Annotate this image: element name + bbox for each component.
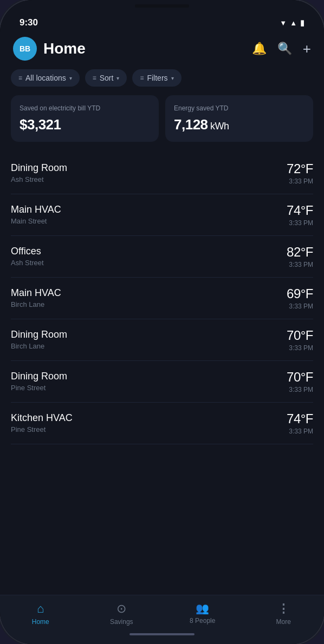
notch-area <box>0 0 324 8</box>
status-icons: ▼ ▲ ▮ <box>280 18 304 28</box>
device-temp: 69°F <box>287 286 313 301</box>
stats-row: Saved on electricity bill YTD $3,321 Ene… <box>11 95 313 142</box>
device-info: Main HVAC Birch Lane <box>11 287 61 308</box>
device-location: Ash Street <box>11 175 67 183</box>
device-time: 3:33 PM <box>287 386 313 393</box>
energy-unit: kWh <box>208 121 229 132</box>
device-location: Birch Lane <box>11 342 67 350</box>
people-nav-label: 8 People <box>190 617 215 625</box>
device-temp-block: 70°F 3:33 PM <box>287 370 313 393</box>
device-list-item[interactable]: Kitchen HVAC Pine Street 74°F 3:33 PM <box>11 403 313 444</box>
device-location: Birch Lane <box>11 300 61 308</box>
more-nav-label: More <box>276 618 291 626</box>
nav-item-home[interactable]: ⌂ Home <box>0 602 81 626</box>
filter-lines-icon: ≡ <box>18 74 22 82</box>
nav-item-more[interactable]: ⋮ More <box>243 602 325 626</box>
bottom-nav: ⌂ Home ⊙ Savings 👥 8 People ⋮ More <box>0 595 324 629</box>
phone-screen: 9:30 ▼ ▲ ▮ BB Home 🔔 🔍 + ≡ All locati <box>0 0 324 644</box>
device-info: Dining Room Birch Lane <box>11 329 67 350</box>
device-list-item[interactable]: Dining Room Birch Lane 70°F 3:33 PM <box>11 319 313 361</box>
battery-icon: ▮ <box>300 18 304 28</box>
device-temp-block: 74°F 3:33 PM <box>287 411 313 435</box>
device-temp-block: 74°F 3:33 PM <box>287 203 313 227</box>
electricity-stat-value: $3,321 <box>20 116 150 133</box>
sort-filter-label: Sort <box>100 74 114 82</box>
home-indicator <box>0 629 324 644</box>
device-name: Main HVAC <box>11 287 61 299</box>
device-list-item[interactable]: Offices Ash Street 82°F 3:33 PM <box>11 236 313 278</box>
device-temp: 70°F <box>287 370 313 385</box>
sort-lines-icon: ≡ <box>93 74 96 82</box>
add-icon[interactable]: + <box>303 41 311 57</box>
device-time: 3:33 PM <box>287 428 313 435</box>
wifi-icon: ▼ <box>280 19 287 27</box>
device-temp-block: 82°F 3:33 PM <box>287 245 313 268</box>
device-temp-block: 72°F 3:33 PM <box>287 161 313 185</box>
signal-icon: ▲ <box>290 19 297 27</box>
more-nav-icon: ⋮ <box>277 602 289 616</box>
filters-lines-icon: ≡ <box>140 74 144 82</box>
device-temp: 70°F <box>287 328 313 343</box>
locations-chevron-icon: ▾ <box>69 75 72 81</box>
nav-item-savings[interactable]: ⊙ Savings <box>81 602 163 626</box>
device-name: Dining Room <box>11 371 67 382</box>
device-time: 3:33 PM <box>287 303 313 310</box>
device-temp: 74°F <box>287 203 313 218</box>
avatar: BB <box>13 37 37 61</box>
locations-filter-label: All locations <box>25 74 66 82</box>
device-info: Dining Room Pine Street <box>11 371 67 392</box>
filters-chevron-icon: ▾ <box>171 75 174 81</box>
people-nav-icon: 👥 <box>196 602 209 615</box>
device-name: Dining Room <box>11 329 67 340</box>
device-temp: 82°F <box>287 245 313 260</box>
device-info: Kitchen HVAC Pine Street <box>11 412 73 433</box>
status-time: 9:30 <box>20 17 38 28</box>
device-time: 3:33 PM <box>287 261 313 268</box>
device-info: Dining Room Ash Street <box>11 162 67 183</box>
nav-item-people[interactable]: 👥 8 People <box>162 602 243 626</box>
device-name: Offices <box>11 246 44 257</box>
phone-shell: 9:30 ▼ ▲ ▮ BB Home 🔔 🔍 + ≡ All locati <box>0 0 324 644</box>
device-location: Main Street <box>11 217 61 225</box>
sort-chevron-icon: ▾ <box>116 75 119 81</box>
savings-nav-label: Savings <box>110 618 133 626</box>
device-name: Kitchen HVAC <box>11 412 73 424</box>
device-name: Main HVAC <box>11 204 61 215</box>
electricity-stat-label: Saved on electricity bill YTD <box>20 104 150 113</box>
device-list: Dining Room Ash Street 72°F 3:33 PM Main… <box>0 153 324 595</box>
device-list-item[interactable]: Dining Room Pine Street 70°F 3:33 PM <box>11 361 313 403</box>
device-temp: 74°F <box>287 411 313 426</box>
page-title: Home <box>43 40 252 57</box>
electricity-stat-card: Saved on electricity bill YTD $3,321 <box>11 95 159 142</box>
device-location: Ash Street <box>11 259 44 267</box>
search-icon[interactable]: 🔍 <box>277 42 292 56</box>
device-list-item[interactable]: Dining Room Ash Street 72°F 3:33 PM <box>11 153 313 194</box>
device-location: Pine Street <box>11 425 73 433</box>
status-bar: 9:30 ▼ ▲ ▮ <box>0 8 324 32</box>
filters-filter-button[interactable]: ≡ Filters ▾ <box>132 69 181 87</box>
savings-nav-icon: ⊙ <box>116 602 126 616</box>
bell-icon[interactable]: 🔔 <box>252 42 267 56</box>
home-bar <box>129 633 195 635</box>
device-time: 3:33 PM <box>287 344 313 352</box>
locations-filter-button[interactable]: ≡ All locations ▾ <box>11 69 80 87</box>
device-list-item[interactable]: Main HVAC Birch Lane 69°F 3:33 PM <box>11 278 313 319</box>
filters-filter-label: Filters <box>147 74 167 82</box>
device-name: Dining Room <box>11 162 67 174</box>
energy-stat-card: Energy saved YTD 7,128 kWh <box>165 95 313 142</box>
device-info: Main HVAC Main Street <box>11 204 61 225</box>
device-list-item[interactable]: Main HVAC Main Street 74°F 3:33 PM <box>11 194 313 236</box>
app-header: BB Home 🔔 🔍 + <box>0 32 324 69</box>
device-temp-block: 70°F 3:33 PM <box>287 328 313 352</box>
filter-bar: ≡ All locations ▾ ≡ Sort ▾ ≡ Filters ▾ <box>0 69 324 95</box>
energy-stat-label: Energy saved YTD <box>174 104 304 113</box>
sort-filter-button[interactable]: ≡ Sort ▾ <box>85 69 127 87</box>
header-actions: 🔔 🔍 + <box>252 41 311 57</box>
device-time: 3:33 PM <box>287 219 313 227</box>
energy-stat-value: 7,128 kWh <box>174 116 304 133</box>
device-temp-block: 69°F 3:33 PM <box>287 286 313 310</box>
device-info: Offices Ash Street <box>11 246 44 267</box>
device-time: 3:33 PM <box>287 178 313 185</box>
home-nav-icon: ⌂ <box>37 602 44 616</box>
device-temp: 72°F <box>287 161 313 176</box>
